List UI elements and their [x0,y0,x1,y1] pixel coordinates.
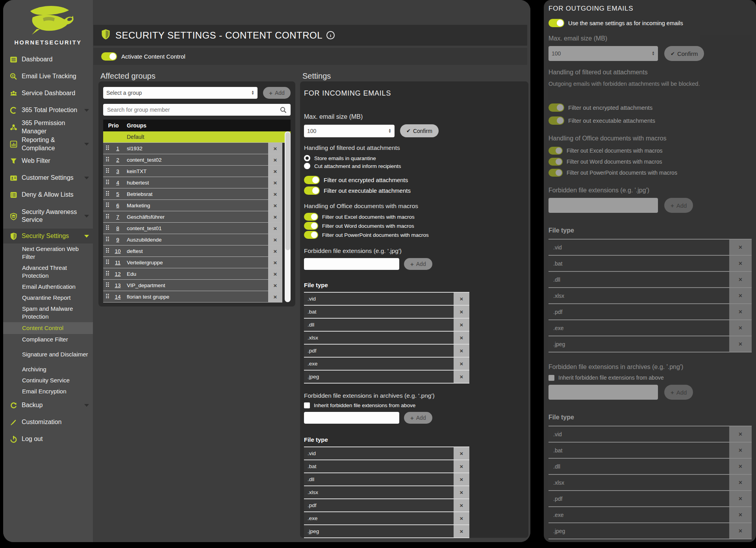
sidebar-subitem-next-generation-web-filter[interactable]: Next Generation Web Filter [3,244,93,262]
remove-group-button[interactable]: × [268,257,282,268]
remove-file-type-button[interactable]: × [454,319,469,331]
remove-file-type-button[interactable]: × [729,336,752,352]
incoming-max-size-stepper[interactable]: ▲▼ [388,129,391,133]
incoming-encrypted-toggle[interactable] [304,176,320,184]
select-stepper-icon[interactable]: ▲▼ [251,90,254,95]
sidebar-item-dashboard[interactable]: Dashboard [3,51,93,68]
group-row[interactable]: ⠿7Geschäftsführer× [103,211,282,223]
group-row[interactable]: ⠿3keinTXT× [103,166,282,177]
remove-file-type-button[interactable]: × [729,443,752,458]
sidebar-item-service-dashboard[interactable]: Service Dashboard [3,85,93,102]
remove-file-type-button[interactable]: × [454,332,469,344]
group-row[interactable]: ⠿4hubertest× [103,177,282,188]
group-row[interactable]: ⠿6Marketing× [103,200,282,211]
remove-file-type-button[interactable]: × [729,475,752,490]
outgoing-archive-extension-input[interactable] [548,385,658,400]
remove-file-type-button[interactable]: × [454,499,469,511]
remove-group-button[interactable]: × [268,200,282,211]
group-row[interactable]: ⠿9Auszubildende× [103,234,282,245]
incoming-excel-toggle[interactable] [304,213,318,221]
group-row[interactable]: ⠿13VIP_department× [103,280,282,291]
incoming-extension-input[interactable] [304,258,399,270]
remove-file-type-button[interactable]: × [454,306,469,318]
remove-file-type-button[interactable]: × [729,426,752,442]
remove-file-type-button[interactable]: × [729,304,752,319]
sidebar-subitem-spam-and-malware-protection[interactable]: Spam and Malware Protection [3,303,93,322]
group-row[interactable]: ⠿8content_test01× [103,223,282,234]
remove-file-type-button[interactable]: × [454,512,469,524]
outgoing-word-toggle[interactable] [548,158,563,166]
remove-group-button[interactable]: × [268,291,282,302]
incoming-confirm-button[interactable]: ✔Confirm [400,124,439,137]
outgoing-encrypted-toggle[interactable] [548,103,564,112]
outgoing-max-size-input[interactable]: 100 ▲▼ [548,46,658,61]
sidebar-subitem-signature-and-disclaimer[interactable]: Signature and Disclaimer [3,345,93,364]
cut-attachment-radio[interactable] [304,163,310,169]
group-row[interactable]: ⠿1sl1932× [103,143,282,154]
drag-handle-icon[interactable]: ⠿ [103,270,112,277]
sidebar-item-log-out[interactable]: Log out [3,431,93,448]
outgoing-excel-toggle[interactable] [548,147,563,155]
remove-group-button[interactable]: × [268,188,282,199]
remove-file-type-button[interactable]: × [729,491,752,506]
sidebar-subitem-compliance-filter[interactable]: Compliance Filter [3,334,93,345]
sidebar-subitem-content-control[interactable]: Content Control [3,322,93,334]
drag-handle-icon[interactable]: ⠿ [103,202,112,209]
group-row[interactable]: ⠿2content_test02× [103,154,282,166]
add-group-button[interactable]: +Add [263,87,291,99]
group-row-default[interactable]: Default [103,131,291,143]
sidebar-subitem-email-authentication[interactable]: Email Authentication [3,281,93,292]
group-row[interactable]: ⠿12Edu× [103,268,282,280]
remove-group-button[interactable]: × [268,154,282,165]
remove-file-type-button[interactable]: × [454,358,469,370]
sidebar-item-web-filter[interactable]: Web Filter [3,153,93,170]
remove-file-type-button[interactable]: × [454,460,469,472]
sidebar-subitem-email-encryption[interactable]: Email Encryption [3,386,93,397]
sidebar-item-email-live-tracking[interactable]: Email Live Tracking [3,68,93,85]
remove-file-type-button[interactable]: × [729,240,752,255]
incoming-word-toggle[interactable] [304,222,318,230]
remove-file-type-button[interactable]: × [729,288,752,303]
remove-file-type-button[interactable]: × [454,486,469,498]
group-row[interactable]: ⠿10deftest× [103,245,282,257]
drag-handle-icon[interactable]: ⠿ [103,293,112,300]
sidebar-subitem-quarantine-report[interactable]: Quarantine Report [3,292,93,303]
drag-handle-icon[interactable]: ⠿ [103,168,112,175]
sidebar-item-reporting-compliance[interactable]: Reporting & Compliance [3,136,93,153]
remove-file-type-button[interactable]: × [729,272,752,287]
group-row[interactable]: ⠿11Verteilergruppe× [103,257,282,268]
group-row[interactable]: ⠿14florian test gruppe× [103,291,282,303]
remove-group-button[interactable]: × [268,166,282,177]
outgoing-max-size-stepper[interactable]: ▲▼ [652,51,655,56]
remove-file-type-button[interactable]: × [454,345,469,357]
same-settings-toggle[interactable] [548,19,564,27]
remove-file-type-button[interactable]: × [454,473,469,485]
drag-handle-icon[interactable]: ⠿ [103,259,112,266]
drag-handle-icon[interactable]: ⠿ [103,213,112,220]
remove-file-type-button[interactable]: × [454,447,469,459]
remove-group-button[interactable]: × [268,177,282,188]
remove-group-button[interactable]: × [268,143,282,154]
sidebar-item-customer-settings[interactable]: Customer Settings [3,170,93,186]
outgoing-confirm-button[interactable]: ✔Confirm [664,46,704,61]
drag-handle-icon[interactable]: ⠿ [103,190,112,197]
sidebar-item-security-awareness-service[interactable]: Security Awareness Service [3,203,93,229]
quarantine-radio[interactable] [304,155,310,161]
sidebar-subitem-advanced-threat-protection[interactable]: Advanced Threat Protection [3,262,93,281]
incoming-archive-extension-input[interactable] [304,412,399,424]
remove-group-button[interactable]: × [268,223,282,234]
sidebar-item-deny-allow-lists[interactable]: Deny & Allow Lists [3,186,93,203]
remove-group-button[interactable]: × [268,280,282,291]
remove-group-button[interactable]: × [268,268,282,279]
outgoing-add-archive-extension-button[interactable]: +Add [664,385,693,400]
sidebar-item-customization[interactable]: Customization [3,414,93,431]
sidebar-item-security-settings[interactable]: Security Settings [3,229,93,244]
incoming-max-size-input[interactable]: 100 ▲▼ [304,125,395,137]
groups-scrollbar[interactable] [285,131,291,302]
remove-file-type-button[interactable]: × [454,525,469,537]
drag-handle-icon[interactable]: ⠿ [103,247,112,255]
drag-handle-icon[interactable]: ⠿ [103,236,112,243]
group-member-search-input[interactable]: Search for group member [103,104,291,116]
sidebar-item-backup[interactable]: Backup [3,397,93,414]
sidebar-item-365-permission-manager[interactable]: 365 Permission Manager [3,119,93,136]
